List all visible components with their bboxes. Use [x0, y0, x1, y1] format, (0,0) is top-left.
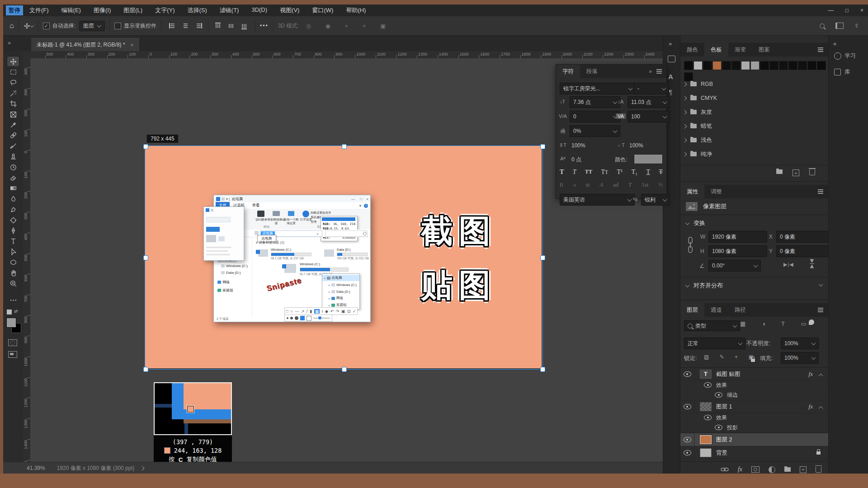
character-panel-icon[interactable]: A — [668, 73, 673, 80]
height-field[interactable]: 1080 像素 — [708, 245, 767, 257]
layer-name[interactable]: 截图 贴图 — [716, 371, 740, 378]
color-swatch[interactable] — [769, 61, 778, 70]
opacity-field[interactable]: 100% — [781, 338, 819, 349]
nav-item[interactable]: 家庭组 — [217, 288, 233, 293]
swatch-group-浅色[interactable]: 浅色 — [683, 133, 819, 147]
type-tool[interactable] — [7, 236, 19, 246]
pen-icon[interactable]: / — [307, 309, 308, 314]
brush-tool[interactable] — [7, 141, 19, 151]
antialias-dropdown[interactable]: 锐利 — [641, 194, 670, 206]
shape-tool[interactable] — [7, 258, 19, 267]
delete-layer-icon[interactable] — [816, 467, 821, 473]
language-dropdown[interactable]: 美国英语 — [560, 194, 635, 206]
color-swatch[interactable] — [684, 61, 693, 70]
swatch-group-灰度[interactable]: 灰度 — [683, 105, 819, 119]
panel-menu-icon[interactable] — [656, 71, 662, 72]
marker-icon[interactable]: ▮ — [310, 309, 312, 314]
zoom-level[interactable]: 41.39% — [27, 465, 45, 471]
nav-item[interactable]: Windows (C:) — [221, 264, 248, 268]
tab-patterns[interactable]: 图案 — [752, 43, 776, 56]
tsume-field[interactable]: 0% — [570, 125, 620, 137]
quick-mask-icon[interactable] — [8, 339, 17, 346]
transform-section-header[interactable]: 变换 — [686, 219, 705, 227]
edit-toolbar-icon[interactable] — [7, 295, 19, 305]
menu-item[interactable]: 图像(I) — [87, 6, 117, 14]
libraries-panel-item[interactable]: 库 — [834, 68, 850, 76]
tab-paths[interactable]: 路径 — [728, 303, 752, 317]
fx-badge[interactable]: fx — [809, 371, 813, 378]
opentype-buttons[interactable]: fiℴstAadT1st½ — [560, 181, 663, 188]
arrow-icon[interactable]: ↗ — [301, 309, 305, 314]
move-tool[interactable] — [7, 56, 19, 66]
layer-row-text[interactable]: T 截图 贴图 fx — [680, 368, 829, 380]
visibility-eye-icon[interactable] — [684, 371, 691, 377]
width-field[interactable]: 1920 像素 — [708, 231, 767, 243]
minimize-button[interactable]: — — [828, 7, 834, 14]
layer-shadow-row[interactable]: 投影 — [680, 422, 829, 433]
hscale-value[interactable]: 100% — [629, 142, 643, 149]
align-center-icon[interactable] — [182, 23, 189, 29]
visibility-eye-icon[interactable] — [704, 382, 712, 388]
expand-panels-icon[interactable]: » — [669, 40, 672, 47]
lasso-tool[interactable] — [7, 78, 19, 88]
text-color-swatch[interactable] — [634, 154, 663, 164]
hand-tool[interactable] — [7, 268, 19, 278]
layer1-thumbnail[interactable] — [700, 402, 712, 411]
paragraph-panel-icon[interactable]: ¶ — [669, 88, 672, 96]
color-swatch[interactable] — [750, 61, 760, 70]
nav-item[interactable]: 网络 — [217, 280, 230, 285]
align-top-icon[interactable] — [215, 23, 221, 29]
visibility-eye-icon[interactable] — [684, 450, 691, 455]
panel-menu-icon[interactable] — [818, 191, 823, 192]
collapse-fx-icon[interactable] — [819, 373, 823, 378]
swatch-group-CMYK[interactable]: CMYK — [683, 91, 819, 105]
font-family-dropdown[interactable]: 锐字工房荣光... — [560, 83, 636, 94]
tab-layers[interactable]: 图层 — [680, 303, 704, 317]
layer2-thumbnail[interactable] — [700, 435, 712, 444]
color-swatch[interactable] — [779, 61, 788, 70]
more-options-icon[interactable]: ••• — [260, 23, 269, 29]
color-swatch[interactable] — [760, 61, 769, 70]
type-style-buttons[interactable]: TTTTTTT¹T₁TT — [560, 169, 663, 176]
tab-character[interactable]: 字符 — [556, 65, 580, 78]
layer-name[interactable]: 图层 2 — [716, 436, 732, 444]
link-wh-icon[interactable] — [687, 235, 694, 255]
mosaic-icon[interactable]: ▦ — [314, 309, 320, 314]
visibility-eye-icon[interactable] — [704, 415, 712, 420]
align-middle-icon[interactable] — [228, 23, 234, 29]
fx-badge[interactable]: fx — [809, 403, 813, 410]
status-chevron-icon[interactable] — [140, 466, 145, 470]
visibility-eye-icon[interactable] — [715, 392, 722, 398]
rotate-field[interactable]: 0.00° — [708, 260, 761, 272]
share-icon[interactable]: ⇪ — [854, 23, 859, 29]
delete-swatch-icon[interactable] — [809, 169, 815, 175]
lock-all-icon[interactable] — [751, 359, 755, 362]
swap-colors-icon[interactable]: ⇄ — [14, 309, 18, 314]
tree-item[interactable]: ▸Windows (C:) — [322, 282, 366, 288]
panel-menu-icon[interactable] — [818, 49, 823, 50]
layer-row-background[interactable]: 背景 — [680, 447, 829, 459]
healing-tool[interactable] — [7, 131, 19, 141]
new-group-icon[interactable] — [784, 467, 791, 472]
smudge-tool[interactable] — [7, 205, 19, 215]
copy-icon[interactable]: ⊡ — [347, 309, 351, 314]
horizontal-ruler[interactable]: 5004003002001000100200300400500600700800… — [30, 51, 663, 59]
auto-select-checkbox[interactable]: ✓ — [43, 23, 50, 29]
marquee-tool[interactable] — [7, 67, 19, 77]
layer-row-1[interactable]: 图层 1 fx — [680, 401, 829, 413]
menu-item[interactable]: 图层(L) — [117, 6, 149, 14]
chevron-down-icon[interactable] — [29, 23, 34, 28]
maximize-button[interactable]: □ — [845, 7, 849, 14]
collapse-icon[interactable]: » — [649, 68, 652, 75]
chevron-down-icon[interactable] — [819, 282, 823, 286]
blur-tool[interactable] — [7, 194, 19, 204]
panel-menu-icon[interactable] — [818, 310, 823, 310]
ellipse-icon[interactable]: ○ — [290, 309, 292, 314]
new-swatch-icon[interactable]: + — [793, 169, 799, 176]
layer-stroke-row[interactable]: 描边 — [680, 390, 829, 400]
zoom-tool[interactable] — [7, 278, 19, 288]
color-swatch[interactable] — [703, 61, 712, 70]
menu-item[interactable]: 窗口(W) — [306, 6, 340, 14]
tab-gradients[interactable]: 渐变 — [728, 43, 752, 56]
align-distribute-header[interactable]: 对齐并分布 — [686, 282, 723, 290]
